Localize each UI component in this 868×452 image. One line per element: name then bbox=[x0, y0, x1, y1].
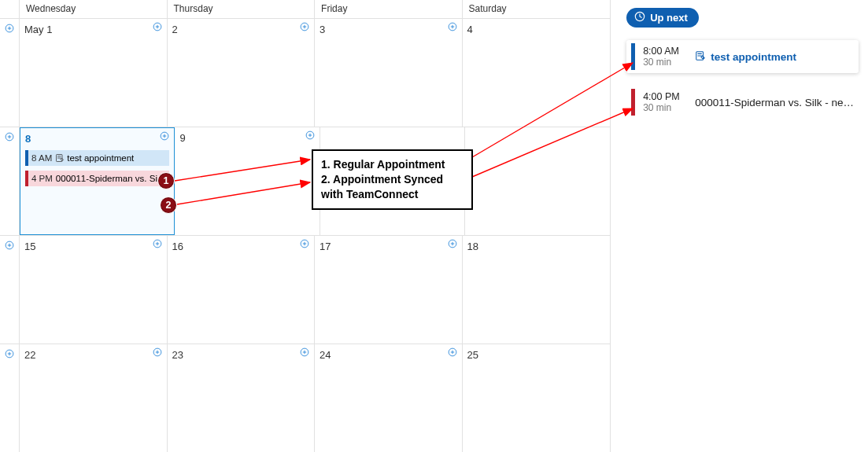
event-time: 4 PM bbox=[31, 174, 53, 183]
calendar-week: May 1 2 3 4 bbox=[0, 19, 610, 127]
calendar-column-headers: Wednesday Thursday Friday Saturday bbox=[0, 0, 610, 19]
plus-icon bbox=[5, 349, 14, 358]
calendar-cell[interactable]: 23 bbox=[168, 344, 316, 452]
add-event-button[interactable] bbox=[153, 22, 162, 31]
event-time: 8 AM bbox=[31, 153, 52, 163]
day-number: 24 bbox=[319, 349, 331, 361]
agenda-time: 8:00 AM bbox=[643, 46, 687, 57]
day-number: 9 bbox=[179, 132, 185, 144]
calendar-cell[interactable]: 18 bbox=[463, 236, 611, 344]
calendar-app: Wednesday Thursday Friday Saturday May 1… bbox=[0, 0, 868, 452]
calendar-cell-today[interactable]: 8 8 AM test appointment 4 PM 000011-Spid… bbox=[20, 127, 175, 235]
calendar-cell[interactable] bbox=[465, 127, 610, 235]
day-number: May 1 bbox=[24, 24, 52, 35]
agenda-time: 4:00 PM bbox=[643, 91, 687, 102]
day-number: 3 bbox=[319, 24, 325, 35]
day-number: 4 bbox=[467, 24, 473, 35]
day-number: 23 bbox=[172, 349, 183, 361]
calendar-event[interactable]: 8 AM test appointment bbox=[25, 150, 169, 166]
calendar-week: 15 16 17 18 bbox=[0, 236, 610, 344]
add-event-button[interactable] bbox=[300, 22, 309, 31]
add-event-button[interactable] bbox=[153, 239, 162, 248]
add-event-button[interactable] bbox=[448, 347, 457, 357]
agenda-item[interactable]: 8:00 AM 30 min test appointment bbox=[626, 40, 859, 73]
week-expand[interactable] bbox=[0, 236, 20, 344]
upnext-header: Up next bbox=[626, 8, 699, 28]
event-color-bar bbox=[631, 43, 635, 70]
clock-icon bbox=[634, 11, 645, 24]
col-header-wed: Wednesday bbox=[20, 0, 168, 18]
agenda-title: test appointment bbox=[695, 50, 796, 64]
calendar-week: 8 8 AM test appointment 4 PM 000011-Spid… bbox=[0, 127, 610, 236]
add-event-button[interactable] bbox=[448, 22, 457, 31]
day-number: 15 bbox=[24, 241, 35, 252]
col-header-sat: Saturday bbox=[463, 0, 611, 18]
week-expand[interactable] bbox=[0, 19, 20, 127]
day-number: 8 bbox=[25, 133, 31, 145]
upnext-label: Up next bbox=[650, 12, 688, 24]
calendar-cell[interactable]: 2 bbox=[168, 19, 316, 127]
day-number: 25 bbox=[467, 349, 478, 361]
agenda-duration: 30 min bbox=[643, 57, 687, 68]
day-number: 16 bbox=[172, 241, 183, 252]
event-color-bar bbox=[631, 89, 635, 116]
agenda-title-text: 000011-Spiderman vs. Silk - ne… bbox=[695, 97, 854, 108]
col-header-thu: Thursday bbox=[168, 0, 316, 18]
calendar-cell[interactable]: 15 bbox=[20, 236, 168, 344]
calendar-cell[interactable]: 9 bbox=[175, 127, 319, 235]
agenda-duration: 30 min bbox=[643, 102, 687, 113]
event-color-bar bbox=[25, 171, 28, 186]
calendar-grid: Wednesday Thursday Friday Saturday May 1… bbox=[0, 0, 611, 452]
calendar-cell[interactable]: 17 bbox=[315, 236, 463, 344]
calendar-cell[interactable]: May 1 bbox=[20, 19, 168, 127]
gutter-header bbox=[0, 0, 20, 18]
agenda-when: 4:00 PM 30 min bbox=[643, 91, 687, 113]
calendar-rows: May 1 2 3 4 8 bbox=[0, 19, 610, 452]
day-number: 22 bbox=[24, 349, 35, 361]
day-number: 2 bbox=[172, 24, 178, 35]
add-event-button[interactable] bbox=[305, 130, 315, 140]
agenda-title: 000011-Spiderman vs. Silk - ne… bbox=[695, 97, 854, 108]
add-event-button[interactable] bbox=[300, 239, 309, 248]
calendar-cell[interactable]: 3 bbox=[315, 19, 463, 127]
agenda-when: 8:00 AM 30 min bbox=[643, 46, 687, 68]
event-title: test appointment bbox=[67, 153, 134, 163]
calendar-week: 22 23 24 25 bbox=[0, 344, 610, 452]
plus-icon bbox=[5, 132, 14, 141]
day-number: 17 bbox=[319, 241, 331, 252]
col-header-fri: Friday bbox=[315, 0, 463, 18]
event-color-bar bbox=[25, 150, 28, 166]
agenda-title-text: test appointment bbox=[711, 51, 796, 63]
week-expand[interactable] bbox=[0, 344, 20, 452]
upnext-panel: Up next 8:00 AM 30 min test appointment … bbox=[611, 0, 868, 452]
edit-note-icon bbox=[695, 50, 706, 64]
week-expand[interactable] bbox=[0, 127, 20, 235]
calendar-cell[interactable] bbox=[320, 127, 465, 235]
event-title: 000011-Spiderman vs. Si… bbox=[56, 174, 167, 183]
calendar-cell[interactable]: 22 bbox=[20, 344, 168, 452]
calendar-event[interactable]: 4 PM 000011-Spiderman vs. Si… bbox=[25, 171, 169, 186]
calendar-cell[interactable]: 16 bbox=[168, 236, 316, 344]
calendar-cell[interactable]: 25 bbox=[463, 344, 611, 452]
calendar-cell[interactable]: 4 bbox=[463, 19, 611, 127]
add-event-button[interactable] bbox=[300, 347, 309, 357]
plus-icon bbox=[5, 24, 14, 33]
add-event-button[interactable] bbox=[160, 131, 169, 141]
agenda-item[interactable]: 4:00 PM 30 min 000011-Spiderman vs. Silk… bbox=[626, 86, 859, 119]
edit-note-icon bbox=[55, 153, 65, 164]
day-number: 18 bbox=[467, 241, 478, 252]
calendar-cell[interactable]: 24 bbox=[315, 344, 463, 452]
plus-icon bbox=[5, 241, 14, 250]
add-event-button[interactable] bbox=[448, 239, 457, 248]
add-event-button[interactable] bbox=[153, 347, 162, 357]
